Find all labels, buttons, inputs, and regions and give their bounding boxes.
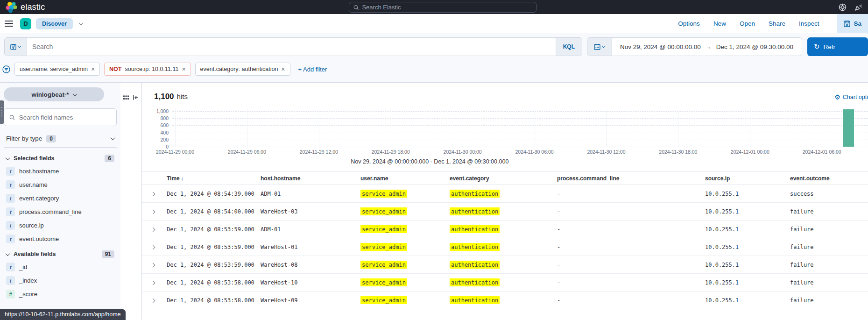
menu-icon[interactable] xyxy=(5,21,13,27)
query-language-button[interactable]: KQL xyxy=(556,38,582,56)
field-section-header-1[interactable]: Available fields91 xyxy=(4,250,117,258)
field-item[interactable]: tevent.category xyxy=(4,194,117,203)
field-item[interactable]: thost.hostname xyxy=(4,167,117,176)
sidebar-resize-handle[interactable] xyxy=(0,100,4,124)
column-header-host[interactable]: host.hostname xyxy=(261,175,360,182)
filter-pill-remove-icon[interactable]: × xyxy=(281,66,285,72)
y-axis-label: 800 xyxy=(160,115,169,121)
refresh-button[interactable]: ↻ Refr xyxy=(807,37,868,56)
filter-by-type[interactable]: Filter by type 0 xyxy=(4,130,117,148)
toolbar-link-share[interactable]: Share xyxy=(769,20,785,27)
chart-options-button[interactable]: ⚙ Chart opti xyxy=(834,93,868,101)
cell-source_ip: 10.0.255.1 xyxy=(705,208,790,215)
cell-category: authentication xyxy=(450,279,557,286)
global-header: elastic xyxy=(0,0,868,14)
field-item[interactable]: tevent.outcome xyxy=(4,235,117,243)
field-name: event.outcome xyxy=(19,235,59,242)
filter-icon xyxy=(2,65,10,73)
add-filter-button[interactable]: + Add filter xyxy=(298,66,327,73)
filter-menu-button[interactable] xyxy=(2,65,10,73)
expand-row-icon[interactable] xyxy=(151,209,155,214)
breadcrumb-chevron-down-icon[interactable] xyxy=(78,21,83,25)
saved-query-chevron-down-icon xyxy=(18,44,21,48)
date-range-picker[interactable]: Nov 29, 2024 @ 00:00:00.00 → Dec 1, 2024… xyxy=(587,37,802,56)
section-chevron-down-icon xyxy=(6,156,10,160)
filter-pill-0[interactable]: user.name: service_admin× xyxy=(14,63,100,76)
toolbar-actions: OptionsNewOpenShareInspect Sa xyxy=(678,14,868,33)
field-item[interactable]: tprocess.command_line xyxy=(4,207,117,216)
toolbar-link-open[interactable]: Open xyxy=(740,20,755,27)
field-item[interactable]: tuser.name xyxy=(4,180,117,189)
histogram-plot[interactable]: 02004006008001,000 xyxy=(172,108,868,147)
toolbar-link-new[interactable]: New xyxy=(713,20,726,27)
filter-pill-2[interactable]: event.category: authentication× xyxy=(195,63,290,76)
column-header-outcome[interactable]: event.outcome xyxy=(790,175,868,182)
y-axis-label: 1,000 xyxy=(156,108,169,114)
highlighted-value: authentication xyxy=(450,243,500,251)
expand-row-icon[interactable] xyxy=(151,263,155,267)
cell-outcome: failure xyxy=(790,208,868,215)
global-search-input[interactable] xyxy=(362,4,532,11)
x-axis-label: 2024-11-30 00:00 xyxy=(444,149,482,155)
field-grid-icon[interactable] xyxy=(123,94,129,101)
field-search[interactable] xyxy=(4,108,117,126)
expand-row-icon[interactable] xyxy=(151,298,155,303)
cell-source_ip: 10.0.255.1 xyxy=(705,191,790,197)
toolbar-link-inspect[interactable]: Inspect xyxy=(799,20,819,27)
date-range-end[interactable]: Dec 1, 2024 @ 09:30:00.00 xyxy=(716,43,793,50)
x-gridline xyxy=(247,109,247,147)
save-button[interactable]: Sa xyxy=(837,14,868,33)
expand-row-cell xyxy=(151,244,167,250)
expand-row-icon[interactable] xyxy=(151,280,155,285)
column-header-cmdline[interactable]: process.command_line xyxy=(557,175,705,182)
text-type-icon: t xyxy=(6,207,15,216)
field-search-input[interactable] xyxy=(19,114,111,121)
field-item[interactable]: t_id xyxy=(4,263,117,271)
cell-cmdline: - xyxy=(557,262,705,268)
cell-user: service_admin xyxy=(360,279,450,286)
gridline-200 xyxy=(172,140,868,140)
x-axis-label: 2024-11-30 18:00 xyxy=(659,149,697,155)
cell-category: authentication xyxy=(450,244,557,250)
column-header-source_ip[interactable]: source.ip xyxy=(705,175,790,182)
toolbar-link-options[interactable]: Options xyxy=(678,20,700,27)
highlighted-value: service_admin xyxy=(360,207,407,215)
highlighted-value: authentication xyxy=(450,190,500,198)
global-search[interactable] xyxy=(349,2,536,13)
collapse-sidebar-icon[interactable] xyxy=(133,94,139,101)
query-input[interactable]: Search KQL xyxy=(4,37,582,56)
expand-row-icon[interactable] xyxy=(151,192,155,196)
filter-pill-remove-icon[interactable]: × xyxy=(182,66,185,72)
histogram-bar[interactable] xyxy=(843,109,854,147)
field-item[interactable]: t_index xyxy=(4,276,117,285)
breadcrumb-discover[interactable]: Discover xyxy=(36,18,73,29)
search-icon xyxy=(353,5,359,10)
help-icon[interactable] xyxy=(839,3,847,11)
column-header-category[interactable]: event.category xyxy=(450,175,557,182)
x-gridline xyxy=(750,109,750,147)
table-row: Dec 1, 2024 @ 08:53:59.000WareHost-01ser… xyxy=(142,238,868,256)
discover-app-icon[interactable]: D xyxy=(20,18,31,29)
filter-pill-remove-icon[interactable]: × xyxy=(91,66,95,72)
sort-desc-icon[interactable]: ↓ xyxy=(181,176,184,181)
index-pattern-selector[interactable]: winlogbeat-* xyxy=(4,87,104,101)
x-axis-label: 2024-12-01 06:00 xyxy=(803,149,841,155)
kibana-discover-app: elastic xyxy=(0,0,868,320)
field-item[interactable]: #_score xyxy=(4,290,117,299)
expand-row-icon[interactable] xyxy=(151,245,155,249)
field-name: process.command_line xyxy=(19,208,82,215)
newsfeed-icon[interactable] xyxy=(854,3,862,11)
field-section-header-0[interactable]: Selected fields6 xyxy=(4,155,117,162)
date-range-start[interactable]: Nov 29, 2024 @ 00:00:00.00 xyxy=(620,43,701,50)
save-icon xyxy=(844,21,850,27)
column-header-time[interactable]: Time↓ xyxy=(167,175,261,182)
expand-row-icon[interactable] xyxy=(151,227,155,232)
cell-source_ip: 10.0.255.1 xyxy=(705,262,790,268)
table-body: Dec 1, 2024 @ 08:54:39.000ADM-01service_… xyxy=(142,185,868,309)
field-item[interactable]: tsource.ip xyxy=(4,221,117,230)
filter-pill-1[interactable]: NOTsource.ip: 10.0.11.11× xyxy=(104,63,191,76)
saved-query-menu-button[interactable] xyxy=(5,38,27,56)
elastic-logo[interactable]: elastic xyxy=(6,1,45,13)
column-header-user[interactable]: user.name xyxy=(360,175,450,182)
quick-select-menu-button[interactable] xyxy=(587,38,612,56)
